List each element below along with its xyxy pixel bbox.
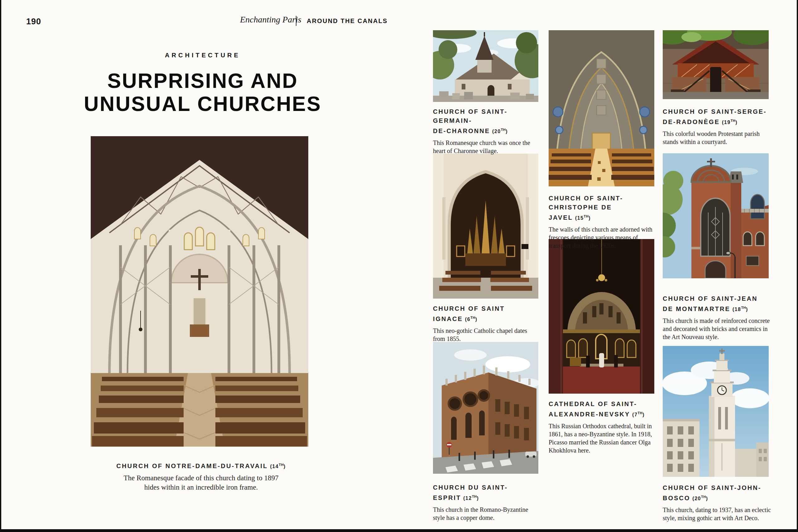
photo-saint-esprit-facade (433, 342, 538, 474)
caption-saint-esprit: CHURCH DU SAINT-ESPRIT(12TH) This church… (433, 483, 540, 522)
caption-saint-serge-de-radonege: CHURCH OF SAINT-SERGE-DE-RADONÈGE(19TH) … (663, 107, 772, 146)
feature-caption-heading: CHURCH OF NOTRE-DAME-DU-TRAVAIL(14TH) (75, 462, 327, 470)
caption-description: This church in the Romano-Byzantine styl… (433, 506, 540, 522)
caption-saint-germain-de-charonne: CHURCH OF SAINT-GERMAIN-DE-CHARONNE(20TH… (433, 107, 540, 155)
caption-description: This Russian Orthodox cathedral, built i… (549, 422, 658, 454)
kicker-architecture: ARCHITECTURE (50, 52, 355, 59)
caption-heading: CHURCH OF SAINT-CHRISTOPHE DE JAVEL(15TH… (549, 194, 656, 223)
caption-description: The walls of this church are adorned wit… (549, 225, 656, 250)
running-head-book-title: Enchanting Paris (240, 15, 301, 25)
feature-caption-body: The Romanesque facade of this church dat… (75, 473, 327, 492)
caption-saint-jean-de-montmartre: CHURCH OF SAINT-JEANDE MONTMARTRE(18TH) … (663, 294, 772, 341)
caption-heading: CATHEDRAL OF SAINT-ALEXANDRE-NEVSKY(7TH) (549, 400, 658, 419)
title-line-1: SURPRISING AND (107, 69, 298, 92)
feature-caption: CHURCH OF NOTRE-DAME-DU-TRAVAIL(14TH) Th… (75, 462, 327, 492)
caption-heading: CHURCH OF SAINT-JOHN-BOSCO(20TH) (663, 483, 772, 503)
feature-arrondissement: (14TH) (270, 464, 286, 469)
caption-description: This church, dating to 1937, has an ecle… (663, 506, 772, 522)
page-number: 190 (26, 17, 41, 26)
photo-notre-dame-du-travail-interior (91, 136, 308, 446)
caption-heading: CHURCH OF SAINT IGNACE(6TH) (433, 304, 540, 324)
title-line-2: UNUSUAL CHURCHES (84, 92, 321, 115)
right-edge-border (797, 0, 798, 532)
caption-description: This colorful wooden Protestant parish s… (663, 130, 772, 146)
caption-heading: CHURCH DU SAINT-ESPRIT(12TH) (433, 483, 540, 503)
feature-desc-line2: hides within it an incredible iron frame… (144, 483, 258, 491)
photo-saint-ignace-chapel (433, 154, 538, 299)
caption-description: This Romanesque church was once the hear… (433, 139, 540, 155)
page-title: SURPRISING ANDUNUSUAL CHURCHES (31, 69, 374, 115)
feature-church-name: CHURCH OF NOTRE-DAME-DU-TRAVAIL (116, 462, 268, 469)
caption-saint-john-bosco: CHURCH OF SAINT-JOHN-BOSCO(20TH) This ch… (663, 483, 772, 522)
photo-saint-jean-de-montmartre (663, 153, 769, 278)
caption-heading: CHURCH OF SAINT-GERMAIN-DE-CHARONNE(20TH… (433, 107, 540, 136)
book-spread: 190 Enchanting Paris AROUND THE CANALS A… (0, 0, 798, 532)
photo-alexandre-nevsky-interior (549, 239, 654, 394)
photo-saint-serge-de-radonege (663, 30, 769, 99)
photo-saint-john-bosco-tower (663, 346, 769, 477)
caption-description: This church is made of reinforced concre… (663, 317, 772, 341)
running-head-divider (296, 16, 297, 26)
caption-heading: CHURCH OF SAINT-SERGE-DE-RADONÈGE(19TH) (663, 107, 772, 127)
left-edge-border (0, 0, 1, 532)
bottom-edge-border (0, 529, 798, 532)
feature-desc-line1: The Romanesque facade of this church dat… (124, 474, 279, 482)
caption-saint-ignace: CHURCH OF SAINT IGNACE(6TH) This neo-got… (433, 304, 540, 343)
caption-heading: CHURCH OF SAINT-JEANDE MONTMARTRE(18TH) (663, 294, 772, 314)
running-head-section: AROUND THE CANALS (307, 17, 388, 25)
caption-description: This neo-gothic Catholic chapel dates fr… (433, 327, 540, 343)
caption-alexandre-nevsky: CATHEDRAL OF SAINT-ALEXANDRE-NEVSKY(7TH)… (549, 400, 658, 454)
caption-saint-christophe-de-javel: CHURCH OF SAINT-CHRISTOPHE DE JAVEL(15TH… (549, 194, 656, 250)
photo-saint-christophe-de-javel (549, 30, 654, 186)
photo-saint-germain-de-charonne (433, 30, 538, 102)
